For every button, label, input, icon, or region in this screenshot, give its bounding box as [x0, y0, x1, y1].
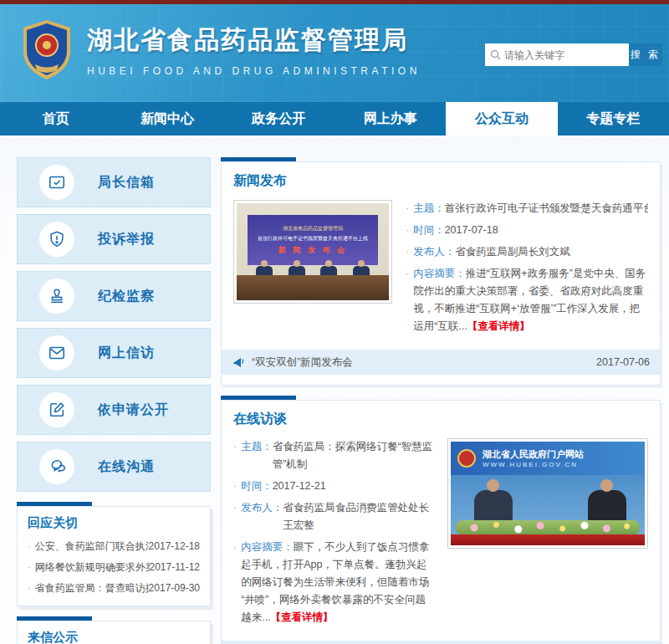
response-item[interactable]: · 网络餐饮新规明确要求外卖... 2017-11-12 — [28, 557, 200, 578]
field-speaker: ·发布人：省食药监局食品消费监管处处长王宏整 — [233, 499, 434, 534]
interview-title: 在线访谈 — [233, 411, 648, 428]
sidebar-item-discipline-inspection[interactable]: 纪检监察 — [17, 271, 211, 321]
shield-alert-icon — [39, 222, 74, 257]
interview-photo[interactable]: 湖北省人民政府门户网站 WWW.HUBEI.GOV.CN — [447, 438, 648, 549]
main-nav: 首页 新闻中心 政务公开 网上办事 公众互动 专题专栏 — [0, 102, 669, 135]
main-column: 新闻发布 湖北省食品药品监督管理局 首张行政许可电子证书颁发暨楚天食药通平台上线… — [221, 157, 661, 644]
interview-banner: 湖北省人民政府门户网站 WWW.HUBEI.GOV.CN — [451, 442, 645, 475]
nav-item-special-topics[interactable]: 专题专栏 — [558, 102, 669, 135]
agency-badge-icon — [18, 18, 75, 83]
field-topic: ·主题：省食药监局：探索网络订餐“智慧监管”机制 — [233, 438, 434, 473]
left-sidebar: 局长信箱 投诉举报 纪检监察 — [17, 157, 211, 644]
gov-emblem-icon — [457, 449, 476, 468]
view-details-link[interactable]: 【查看详情】 — [467, 320, 530, 332]
site-header: 湖北省食品药品监督管理局 HUBEI FOOD AND DRUG ADMINIS… — [0, 4, 669, 102]
envelope-icon — [39, 335, 74, 371]
response-panel-title: 回应关切 — [28, 515, 200, 531]
sidebar-item-online-communication[interactable]: 在线沟通 — [17, 442, 211, 492]
search-box — [485, 43, 629, 66]
search-button[interactable]: 搜 索 — [629, 43, 662, 66]
nav-item-online-services[interactable]: 网上办事 — [334, 102, 446, 135]
site-subtitle: HUBEI FOOD AND DRUG ADMINISTRATION — [87, 65, 421, 77]
field-summary: · 内容摘要：眼下，不少人到了饭点习惯拿起手机，打开App，下单点餐。蓬勃兴起的… — [233, 539, 434, 626]
edit-icon — [39, 392, 74, 427]
news-release-section: 新闻发布 湖北省食品药品监督管理局 首张行政许可电子证书颁发暨楚天食药通平台上线… — [221, 161, 661, 386]
view-details-link[interactable]: 【查看详情】 — [271, 611, 334, 623]
chat-bubbles-icon — [39, 449, 74, 484]
interview-bar: 访谈预告：【12月20日访谈预告】省食药监局：探索网络订餐“智慧监管”机制 20… — [222, 641, 660, 644]
news-release-title: 新闻发布 — [233, 172, 648, 190]
nav-item-gov-affairs[interactable]: 政务公开 — [223, 102, 334, 135]
press-conference-photo[interactable]: 湖北省食品药品监督管理局 首张行政许可电子证书颁发暨楚天食药通平台上线 新 闻 … — [233, 200, 392, 304]
search-icon — [490, 49, 501, 60]
response-item[interactable]: · 省食药监管局：督查暗访抓... 2017-09-30 — [28, 578, 200, 599]
sidebar-item-disclosure-request[interactable]: 依申请公开 — [17, 385, 211, 435]
press-screen: 湖北省食品药品监督管理局 首张行政许可电子证书颁发暨楚天食药通平台上线 新 闻 … — [248, 215, 379, 265]
response-panel: 回应关切 · 公安、食药监部门联合执法... 2017-12-18 · 网络餐饮… — [17, 506, 211, 606]
site-title: 湖北省食品药品监督管理局 — [87, 23, 421, 58]
news-release-fields: ·主题：首张行政许可电子证书颁发暨楚天食药通平台上线新闻... ·时间：2017… — [406, 200, 648, 340]
megaphone-icon — [232, 356, 245, 368]
envelope-check-icon — [39, 165, 74, 200]
response-item[interactable]: · 公安、食药监部门联合执法... 2017-12-18 — [28, 536, 200, 557]
nav-item-public-interaction[interactable]: 公众互动 — [446, 102, 557, 135]
interview-section: 在线访谈 ·主题：省食药监局：探索网络订餐“智慧监管”机制 ·时间：2017-1… — [221, 400, 661, 644]
letters-panel-title: 来信公示 — [28, 630, 200, 644]
content: 局长信箱 投诉举报 纪检监察 — [0, 135, 669, 644]
nav-item-news-center[interactable]: 新闻中心 — [111, 102, 222, 135]
brand-text: 湖北省食品药品监督管理局 HUBEI FOOD AND DRUG ADMINIS… — [87, 23, 421, 77]
letters-panel: 来信公示 · 周某信访事项办理情况 2017-11-08 — [17, 621, 211, 644]
interview-fields: ·主题：省食药监局：探索网络订餐“智慧监管”机制 ·时间：2017-12-21 … — [233, 438, 434, 631]
field-speaker: ·发布人：省食药监局副局长刘文斌 — [406, 243, 648, 261]
field-time: ·时间：2017-12-21 — [233, 478, 434, 495]
field-summary: · 内容摘要：推进“互联网+政务服务”是党中央、国务院作出的重大决策部署，省委、… — [406, 265, 648, 335]
news-release-bar: “双安双创”新闻发布会 2017-07-06 — [222, 350, 660, 375]
field-topic: ·主题：首张行政许可电子证书颁发暨楚天食药通平台上线新闻... — [406, 200, 648, 217]
field-time: ·时间：2017-07-18 — [406, 222, 648, 239]
search-input[interactable] — [504, 49, 634, 61]
search-bar: 搜 索 — [485, 43, 662, 66]
nav-item-home[interactable]: 首页 — [0, 102, 111, 135]
sidebar-item-online-petition[interactable]: 网上信访 — [17, 328, 211, 378]
stamp-icon — [39, 279, 74, 314]
news-bar-date: 2017-07-06 — [596, 356, 650, 368]
site-logo-link[interactable]: 湖北省食品药品监督管理局 HUBEI FOOD AND DRUG ADMINIS… — [18, 18, 421, 83]
sidebar-item-complaints[interactable]: 投诉举报 — [17, 214, 211, 264]
news-bar-link[interactable]: “双安双创”新闻发布会 — [252, 355, 353, 370]
sidebar-item-director-mailbox[interactable]: 局长信箱 — [17, 157, 211, 207]
page: 湖北省食品药品监督管理局 HUBEI FOOD AND DRUG ADMINIS… — [0, 0, 669, 644]
